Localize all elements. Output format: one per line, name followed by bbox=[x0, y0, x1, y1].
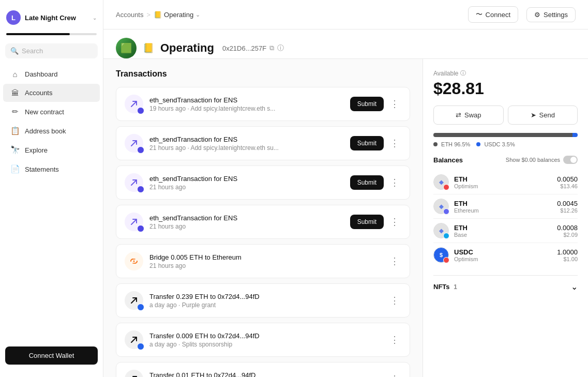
sidebar-item-explore[interactable]: 🔭 Explore bbox=[3, 141, 100, 159]
submit-button[interactable]: Submit bbox=[350, 97, 384, 111]
transaction-list: eth_sendTransaction for ENS 19 hours ago… bbox=[116, 87, 410, 377]
tx-name: eth_sendTransaction for ENS bbox=[149, 175, 344, 183]
chain-badge bbox=[443, 233, 449, 239]
balances-header: Balances Show $0.00 balances bbox=[433, 156, 578, 164]
explore-icon: 🔭 bbox=[10, 145, 20, 155]
tx-info: Bridge 0.005 ETH to Ethereum 21 hours ag… bbox=[149, 253, 382, 269]
tx-actions: ⋮ bbox=[388, 334, 401, 345]
right-panel: Available ⓘ $28.81 ⇄ Swap ➤ Send bbox=[423, 59, 588, 377]
show-zero-toggle[interactable]: Show $0.00 balances bbox=[506, 156, 578, 164]
tx-icon-wrap bbox=[125, 134, 143, 153]
account-address-area: 0x21D6...257F ⧉ ⓘ bbox=[222, 43, 284, 53]
content-area: Transactions eth_sendTransaction for ENS… bbox=[103, 59, 588, 377]
info-icon[interactable]: ⓘ bbox=[277, 43, 284, 53]
chevron-down-icon[interactable]: ⌄ bbox=[195, 11, 200, 18]
statements-icon: 📄 bbox=[10, 164, 20, 174]
tx-actions: ⋮ bbox=[388, 373, 401, 377]
token-info: USDC Optimism bbox=[454, 248, 552, 262]
toggle-knob bbox=[570, 157, 577, 163]
usdc-bar-segment bbox=[572, 133, 578, 137]
nfts-title: NFTs 1 bbox=[433, 283, 457, 291]
balance-item: $ USDC Optimism 1.0000 $1.00 bbox=[433, 243, 578, 267]
sidebar-item-accounts[interactable]: 🏛 Accounts bbox=[3, 84, 100, 102]
tx-chain-badge bbox=[137, 225, 144, 232]
submit-button[interactable]: Submit bbox=[350, 136, 384, 150]
sidebar-item-address-book[interactable]: 📋 Address book bbox=[3, 122, 100, 140]
available-info-icon[interactable]: ⓘ bbox=[460, 69, 466, 77]
tx-actions: Submit ⋮ bbox=[350, 97, 401, 111]
transactions-title: Transactions bbox=[116, 69, 410, 79]
swap-button[interactable]: ⇄ Swap bbox=[433, 105, 504, 125]
sidebar-nav: ⌂ Dashboard 🏛 Accounts ✏ New contract 📋 … bbox=[0, 65, 103, 179]
token-chain: Ethereum bbox=[454, 207, 552, 214]
tx-info: Transfer 0.009 ETH to 0x72d4...94fD a da… bbox=[149, 332, 382, 348]
usdc-legend-dot bbox=[476, 142, 480, 146]
tx-actions: Submit ⋮ bbox=[350, 175, 401, 190]
notebook-icon: 📒 bbox=[154, 11, 162, 19]
search-box[interactable]: 🔍 Search bbox=[5, 43, 98, 58]
tx-actions: ⋮ bbox=[388, 295, 401, 306]
breadcrumb-current: 📒 Operating ⌄ bbox=[154, 11, 200, 19]
connect-wallet-button[interactable]: Connect Wallet bbox=[5, 346, 98, 365]
sidebar-item-dashboard[interactable]: ⌂ Dashboard bbox=[3, 65, 100, 83]
account-name: Operating bbox=[160, 41, 214, 55]
token-usd-value: $12.26 bbox=[557, 207, 578, 214]
tx-actions: ⋮ bbox=[388, 255, 401, 267]
tx-name: eth_sendTransaction for ENS bbox=[149, 96, 344, 104]
search-icon: 🔍 bbox=[10, 47, 19, 55]
token-icon: ◆ bbox=[433, 199, 449, 214]
more-options-button[interactable]: ⋮ bbox=[388, 216, 401, 228]
more-options-button[interactable]: ⋮ bbox=[388, 334, 401, 345]
sidebar-item-label: Accounts bbox=[25, 89, 52, 97]
more-options-button[interactable]: ⋮ bbox=[388, 373, 401, 377]
account-address-text: 0x21D6...257F bbox=[222, 44, 266, 52]
avatar-emoji: 🟩 bbox=[120, 42, 132, 54]
transactions-panel: Transactions eth_sendTransaction for ENS… bbox=[103, 59, 423, 377]
more-options-button[interactable]: ⋮ bbox=[388, 98, 401, 110]
tx-info: eth_sendTransaction for ENS 21 hours ago bbox=[149, 175, 344, 191]
tx-info: eth_sendTransaction for ENS 21 hours ago… bbox=[149, 135, 344, 152]
account-header: 🟩 📒 Operating 0x21D6...257F ⧉ ⓘ bbox=[103, 29, 588, 59]
accounts-icon: 🏛 bbox=[10, 88, 20, 97]
topbar-actions: 〜 Connect ⚙ Settings bbox=[468, 6, 576, 23]
breadcrumb-current-label: Operating bbox=[164, 11, 193, 19]
settings-button[interactable]: ⚙ Settings bbox=[526, 7, 576, 22]
org-avatar: L bbox=[6, 10, 21, 25]
token-amount: 0.0050 bbox=[557, 175, 578, 183]
eth-legend: ETH 96.5% bbox=[433, 141, 470, 147]
connect-button[interactable]: 〜 Connect bbox=[468, 6, 518, 23]
tx-meta: 21 hours ago bbox=[149, 223, 344, 230]
submit-button[interactable]: Submit bbox=[350, 215, 384, 229]
more-options-button[interactable]: ⋮ bbox=[388, 295, 401, 306]
tx-name: Transfer 0.009 ETH to 0x72d4...94fD bbox=[149, 332, 382, 340]
submit-button[interactable]: Submit bbox=[350, 175, 384, 190]
breadcrumb-parent[interactable]: Accounts bbox=[116, 11, 143, 19]
sidebar-item-new-contract[interactable]: ✏ New contract bbox=[3, 102, 100, 121]
copy-icon[interactable]: ⧉ bbox=[269, 44, 274, 52]
tx-meta: a day ago · Splits sponsorship bbox=[149, 341, 382, 348]
more-options-button[interactable]: ⋮ bbox=[388, 177, 401, 188]
nfts-header[interactable]: NFTs 1 ⌄ bbox=[433, 275, 578, 298]
tx-meta: 21 hours ago bbox=[149, 184, 344, 191]
sidebar-item-label: Address book bbox=[25, 127, 66, 135]
chain-badge bbox=[443, 208, 449, 215]
balance-item: ◆ ETH Base 0.0008 $2.09 bbox=[433, 219, 578, 243]
sidebar-footer: Connect Wallet bbox=[0, 340, 103, 371]
token-usd-value: $13.46 bbox=[557, 183, 578, 189]
toggle-switch[interactable] bbox=[563, 156, 578, 164]
more-options-button[interactable]: ⋮ bbox=[388, 255, 401, 267]
token-amount: 0.0045 bbox=[557, 200, 578, 207]
eth-bar-segment bbox=[433, 133, 572, 137]
more-options-button[interactable]: ⋮ bbox=[388, 138, 401, 149]
address-book-icon: 📋 bbox=[10, 126, 20, 135]
transaction-item: Transfer 0.01 ETH to 0x72d4...94fD a day… bbox=[116, 362, 410, 377]
swap-icon: ⇄ bbox=[456, 111, 461, 119]
tx-icon-wrap bbox=[125, 291, 143, 310]
sidebar-item-statements[interactable]: 📄 Statements bbox=[3, 160, 100, 178]
sidebar-item-label: Explore bbox=[25, 146, 48, 154]
tx-chain-badge bbox=[137, 186, 144, 193]
transaction-item: Bridge 0.005 ETH to Ethereum 21 hours ag… bbox=[116, 244, 410, 278]
send-button[interactable]: ➤ Send bbox=[508, 105, 578, 125]
balances-title: Balances bbox=[433, 156, 463, 164]
sidebar-org-header[interactable]: L Late Night Crew ⌄ bbox=[0, 6, 103, 33]
